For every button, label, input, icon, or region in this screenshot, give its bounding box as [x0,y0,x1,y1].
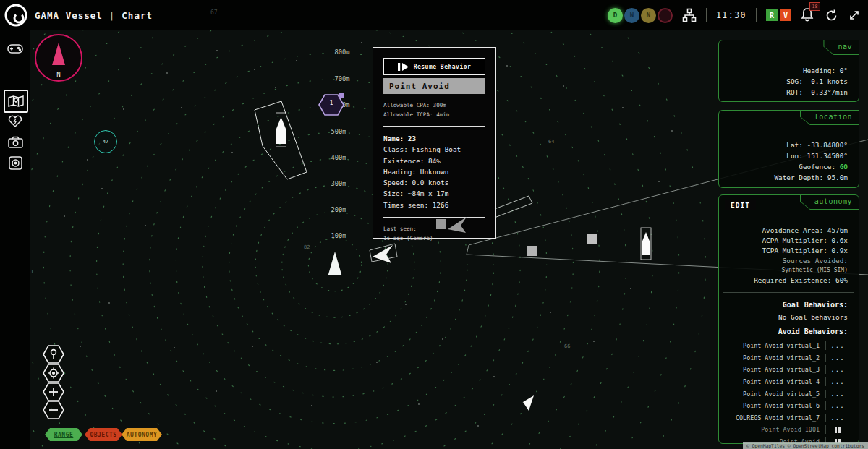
resume-icon [398,63,409,71]
circle-contact-marker[interactable]: 47 [94,130,117,153]
behavior-row[interactable]: Point Avoid virtual_2 ... [719,352,859,364]
contact-name: Name: 23 [383,133,485,144]
contact-existence: Existence: 84% [383,155,485,166]
location-panel-tab[interactable]: location [800,110,859,125]
compass[interactable]: N [35,34,82,82]
range-label-100: 100m [323,232,354,239]
behavior-menu-button[interactable]: ... [825,354,849,362]
contact-times-seen: Times seen: 1266 [383,200,485,210]
behavior-row[interactable]: Point Avoid virtual_5 ... [719,388,859,400]
drop-pin-button[interactable] [43,345,64,364]
status-circle-x[interactable] [658,8,673,23]
behavior-menu-button[interactable]: ... [825,377,849,386]
notifications-button[interactable]: 18 [801,7,815,24]
mode-badge-v[interactable]: V [780,9,791,21]
behavior-row[interactable]: Point Avoid 1001 [719,424,859,436]
refresh-icon[interactable] [825,9,838,22]
allowable-tcpa: Allowable TCPA: 4min [383,110,485,119]
status-circle-n2[interactable]: N [641,8,656,23]
contact-square-1[interactable] [527,246,537,256]
waypoint-number: 1 [318,99,345,106]
avoid-behaviors-header: Avoid Behaviors: [719,325,859,338]
allowable-cpa: Allowable CPA: 300m [383,101,485,110]
behavior-pause-button[interactable] [825,425,849,434]
sidebar-item-control[interactable] [0,38,30,59]
location-lon: Lon: 151.34500° [719,150,848,161]
vessel-dart-contact[interactable] [370,244,397,263]
divider [706,8,707,22]
map-attribution[interactable]: © OpenMapTiles © OpenStreetMap contribut… [743,442,868,449]
range-layer-toggle[interactable]: RANGE [45,428,82,441]
behavior-menu-button[interactable]: ... [825,365,849,374]
objects-layer-toggle[interactable]: OBJECTS [85,428,122,441]
divider [756,8,757,22]
nav-panel-tab[interactable]: nav [823,40,859,55]
behavior-menu-button[interactable]: ... [825,414,849,422]
nav-panel: nav Heading: 0° SOG: -0.1 knots ROT: -0.… [718,40,859,102]
heart-bolt-icon [8,115,22,128]
compass-north-label: N [36,71,81,78]
contact-square-2[interactable] [587,234,597,244]
sounding: 66 [564,343,570,349]
tcpa-multiplier: TCPA Multiplier: 0.9x [719,246,848,256]
contact-info-popup: Resume Behavior Point Avoid Allowable CP… [373,47,496,239]
clock: 11:30 [716,10,746,20]
zoom-out-button[interactable] [43,401,64,419]
brand-separator: | [109,10,116,21]
autonomy-divider [723,292,854,293]
brand-name: GAMA Vessel [35,10,103,21]
map-pin-icon [8,95,24,108]
resume-behavior-button[interactable]: Resume Behavior [383,58,485,75]
autonomy-panel-tab[interactable]: autonomy [800,194,859,210]
sidebar-item-chart[interactable] [4,90,28,113]
status-circle-d[interactable]: D [608,8,623,23]
behavior-menu-button[interactable]: ... [825,401,849,410]
mode-badge-r[interactable]: R [766,9,778,21]
range-label-300: 300m [323,180,354,187]
status-circle-n1[interactable]: N [624,8,639,23]
contact-class: Class: Fishing Boat [383,144,485,155]
vessel-own-ship[interactable] [328,252,342,275]
goal-behaviors-empty: No Goal behaviors [719,311,859,323]
gimbal-icon [9,156,22,170]
geofence-status: GO [840,163,848,171]
behavior-menu-button[interactable]: ... [825,341,849,350]
range-label-400: 400m [323,154,354,161]
required-existence: Required Existence: 60% [719,275,848,286]
range-rings [0,0,705,449]
behavior-row[interactable]: Point Avoid virtual_6 ... [719,400,859,412]
range-label-200: 200m [323,206,354,213]
ghost-contacts[interactable] [430,211,474,237]
nav-sog: SOG: -0.1 knots [719,76,848,87]
range-label-500: 500m [323,128,354,135]
waypoint-hex-marker[interactable]: 1 [318,92,346,119]
network-icon[interactable] [682,8,697,22]
app-logo[interactable] [3,2,29,28]
behavior-row[interactable]: Point Avoid virtual_4 ... [719,376,859,388]
goal-behaviors-header: Goal Behaviors: [719,299,859,311]
vessel-fishing-boat[interactable] [276,113,286,147]
behavior-row[interactable]: Point Avoid virtual_3 ... [719,364,859,376]
sidebar-item-health[interactable] [0,111,30,132]
sidebar-item-gimbal[interactable] [0,152,30,174]
nav-rot: ROT: -0.33°/min [719,87,848,98]
faint-number: 67 [210,9,218,16]
zoom-in-button[interactable] [43,382,64,401]
page-title: Chart [122,10,153,21]
sounding: 64 [548,139,554,145]
sources-avoided-value: Synthetic (MIS-SIM) [719,266,848,275]
vessel-dart-bottom[interactable] [516,395,534,411]
edit-button[interactable]: EDIT [725,200,756,210]
avoidance-area: Avoidance Area: 4576m [719,226,848,236]
center-target-button[interactable] [43,364,64,382]
behavior-row[interactable]: Point Avoid virtual_1 ... [719,340,859,352]
contact-speed: Speed: 0.0 knots [383,177,485,188]
waypoint-flag-square [339,93,344,98]
behavior-menu-button[interactable]: ... [825,390,849,398]
sidebar-item-camera[interactable] [0,131,30,153]
fullscreen-icon[interactable] [848,9,861,22]
vessel-contact-right[interactable] [641,228,651,260]
behavior-row[interactable]: COLREGS Avoid virtual_7 ... [719,412,859,424]
location-panel: location Lat: -33.84800° Lon: 151.34500°… [718,110,859,188]
autonomy-layer-toggle[interactable]: AUTONOMY [122,428,162,441]
